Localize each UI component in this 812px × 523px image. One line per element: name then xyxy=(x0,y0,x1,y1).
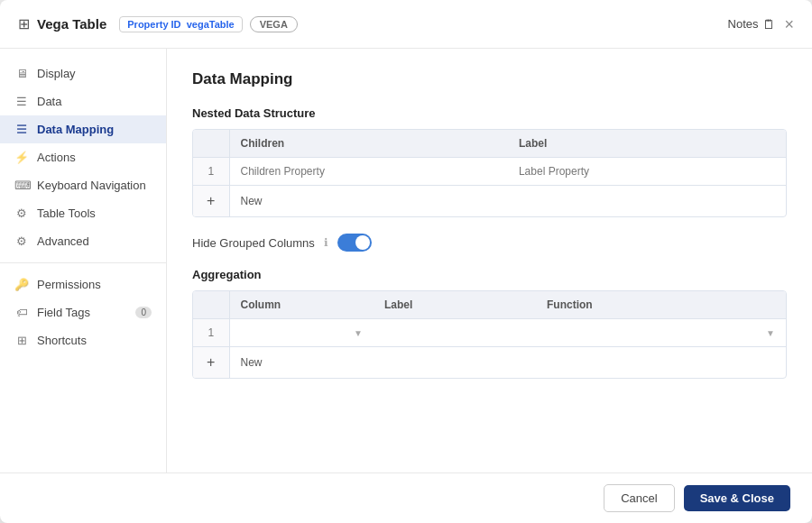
close-button[interactable]: × xyxy=(784,16,794,32)
agg-col-index xyxy=(193,291,229,319)
shortcuts-icon: ⊞ xyxy=(14,334,29,347)
nested-table-header: Children Label xyxy=(193,130,786,158)
modal-header: ⊞ Vega Table Property ID vegaTable VEGA … xyxy=(0,0,812,49)
agg-new-icon: + xyxy=(193,347,229,379)
section-title: Data Mapping xyxy=(192,70,787,88)
property-badge: Property ID vegaTable xyxy=(119,16,242,32)
sidebar-item-permissions[interactable]: 🔑 Permissions xyxy=(0,271,166,298)
modal: ⊞ Vega Table Property ID vegaTable VEGA … xyxy=(0,0,812,523)
nested-new-row[interactable]: + New xyxy=(193,186,786,217)
keyboard-icon: ⌨ xyxy=(14,179,29,192)
sidebar-item-data[interactable]: ☰ Data xyxy=(0,87,166,115)
agg-row-index: 1 xyxy=(193,319,229,347)
cancel-button[interactable]: Cancel xyxy=(604,484,674,512)
agg-label-cell[interactable] xyxy=(374,319,536,347)
data-icon: ☰ xyxy=(14,95,29,108)
notes-icon: 🗒 xyxy=(762,17,775,32)
permissions-icon: 🔑 xyxy=(14,278,29,291)
nested-new-label: New xyxy=(229,186,786,217)
vega-badge: VEGA xyxy=(250,16,298,32)
sidebar-label-field-tags: Field Tags xyxy=(37,306,90,319)
aggregation-subtitle: Aggregation xyxy=(192,268,787,281)
agg-column-cell[interactable]: ▼ xyxy=(229,319,374,347)
nested-children-cell[interactable] xyxy=(229,158,508,186)
sidebar-label-advanced: Advanced xyxy=(37,234,89,248)
nested-table: Children Label 1 xyxy=(193,130,786,216)
children-property-input[interactable] xyxy=(241,165,497,178)
sidebar-item-table-tools[interactable]: ⚙ Table Tools xyxy=(0,199,166,227)
notes-label: Notes xyxy=(728,17,759,31)
field-tags-icon: 🏷 xyxy=(14,306,29,319)
nested-subtitle: Nested Data Structure xyxy=(192,106,787,120)
field-tags-badge: 0 xyxy=(135,307,152,318)
sidebar-item-display[interactable]: 🖥 Display xyxy=(0,60,166,87)
sidebar-label-keyboard: Keyboard Navigation xyxy=(37,179,146,192)
aggregation-row: 1 ▼ xyxy=(193,319,786,347)
agg-col-column: Column xyxy=(229,291,374,319)
grid-icon: ⊞ xyxy=(18,15,30,32)
sidebar-label-data-mapping: Data Mapping xyxy=(37,123,114,136)
sidebar-label-data: Data xyxy=(37,95,61,108)
agg-col-function: Function xyxy=(536,291,786,319)
data-mapping-icon: ☰ xyxy=(14,123,29,136)
sidebar-label-shortcuts: Shortcuts xyxy=(37,334,87,347)
table-tools-icon: ⚙ xyxy=(14,206,29,220)
property-value: vegaTable xyxy=(187,19,235,30)
modal-footer: Cancel Save & Close xyxy=(0,473,812,523)
sidebar-item-advanced[interactable]: ⚙ Advanced xyxy=(0,227,166,255)
nested-label-cell[interactable] xyxy=(508,158,786,186)
property-label: Property ID xyxy=(127,19,180,30)
aggregation-new-row[interactable]: + New xyxy=(193,347,786,379)
sidebar-label-display: Display xyxy=(37,67,76,80)
agg-col-label: Label xyxy=(374,291,536,319)
nested-col-label: Label xyxy=(508,130,786,158)
sidebar-label-permissions: Permissions xyxy=(37,278,101,291)
agg-function-cell[interactable]: ▼ xyxy=(536,319,786,347)
aggregation-table-wrap: Column Label Function 1 ▼ xyxy=(192,290,787,379)
sidebar-label-actions: Actions xyxy=(37,151,76,164)
sidebar-item-data-mapping[interactable]: ☰ Data Mapping xyxy=(0,115,166,143)
hide-grouped-toggle[interactable] xyxy=(337,234,372,252)
sidebar-item-keyboard-navigation[interactable]: ⌨ Keyboard Navigation xyxy=(0,171,166,199)
hide-grouped-label: Hide Grouped Columns xyxy=(192,236,315,250)
toggle-slider xyxy=(337,234,372,252)
actions-icon: ⚡ xyxy=(14,151,29,164)
nested-table-wrap: Children Label 1 xyxy=(192,129,787,217)
agg-column-arrow: ▼ xyxy=(354,328,363,338)
hide-grouped-row: Hide Grouped Columns ℹ xyxy=(192,234,787,252)
hide-grouped-info-icon: ℹ xyxy=(324,236,328,249)
main-content: Data Mapping Nested Data Structure Child… xyxy=(167,49,812,473)
nested-col-children: Children xyxy=(229,130,508,158)
modal-body: 🖥 Display ☰ Data ☰ Data Mapping ⚡ Action… xyxy=(0,49,812,473)
agg-new-label: New xyxy=(229,347,786,379)
agg-function-arrow: ▼ xyxy=(766,328,775,338)
save-close-button[interactable]: Save & Close xyxy=(684,485,790,511)
display-icon: 🖥 xyxy=(14,67,29,80)
nested-new-icon: + xyxy=(193,186,229,217)
advanced-icon: ⚙ xyxy=(14,234,29,248)
app-title: Vega Table xyxy=(37,16,106,32)
label-property-input[interactable] xyxy=(519,165,775,178)
nested-col-index xyxy=(193,130,229,158)
sidebar-divider xyxy=(0,262,166,263)
sidebar: 🖥 Display ☰ Data ☰ Data Mapping ⚡ Action… xyxy=(0,49,167,473)
sidebar-item-field-tags[interactable]: 🏷 Field Tags 0 xyxy=(0,298,166,326)
header-actions: Notes 🗒 × xyxy=(728,16,794,32)
aggregation-header: Column Label Function xyxy=(193,291,786,319)
nested-table-row: 1 xyxy=(193,158,786,186)
aggregation-table: Column Label Function 1 ▼ xyxy=(193,291,786,378)
nested-row-index: 1 xyxy=(193,158,229,186)
agg-label-input[interactable] xyxy=(384,326,525,339)
sidebar-label-table-tools: Table Tools xyxy=(37,206,96,220)
sidebar-item-actions[interactable]: ⚡ Actions xyxy=(0,143,166,171)
notes-button[interactable]: Notes 🗒 xyxy=(728,17,776,32)
sidebar-item-shortcuts[interactable]: ⊞ Shortcuts xyxy=(0,326,166,354)
